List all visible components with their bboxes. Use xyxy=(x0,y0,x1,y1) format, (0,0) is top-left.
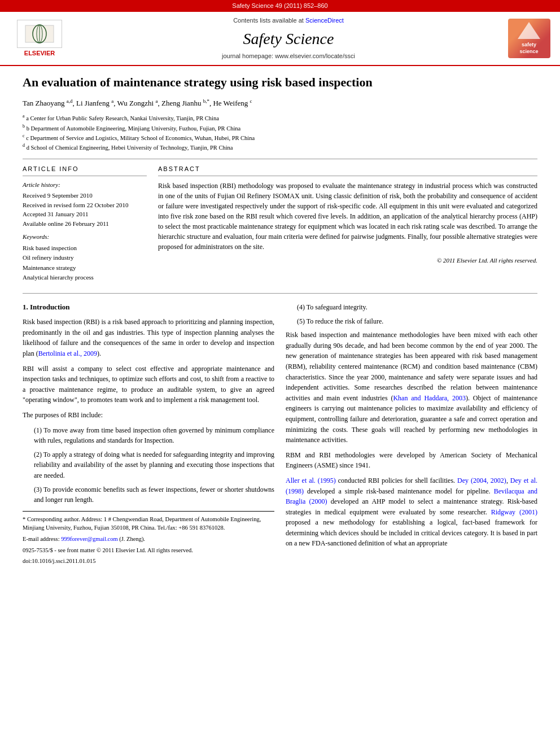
journal-name: Safety Science xyxy=(243,28,334,50)
abstract-heading: ABSTRACT xyxy=(158,165,537,176)
intro-para2: RBI will assist a company to select cost… xyxy=(23,364,274,405)
ref-khan[interactable]: Khan and Haddara, 2003 xyxy=(393,394,465,402)
abstract-text: Risk based inspection (RBI) methodology … xyxy=(158,181,537,252)
affiliations: a a Center for Urban Public Safety Resea… xyxy=(23,113,537,152)
available-date: Available online 26 February 2011 xyxy=(23,219,147,229)
elsevier-logo-area: ELSEVIER xyxy=(6,16,73,60)
article-info-heading: ARTICLE INFO xyxy=(23,165,147,176)
author-zongzhi: Wu Zongzhi a xyxy=(117,99,158,107)
affil-a: a a Center for Urban Public Safety Resea… xyxy=(23,113,537,123)
issn-line: 0925-7535/$ - see front matter © 2011 El… xyxy=(23,546,274,555)
author-weifeng: He Weifeng c xyxy=(213,99,252,107)
keyword-2: Oil refinery industry xyxy=(23,253,147,263)
section1-heading: 1. Introduction xyxy=(23,302,274,312)
abstract-panel: ABSTRACT Risk based inspection (RBI) met… xyxy=(158,165,537,287)
email-name: (J. Zheng). xyxy=(119,536,145,542)
ref-bevilacqua[interactable]: Bevilacqua and Braglia (2000) xyxy=(286,487,537,506)
divider-2 xyxy=(23,293,537,294)
received-revised-date: Received in revised form 22 October 2010 xyxy=(23,200,147,210)
article-title: An evaluation of maintenance strategy us… xyxy=(23,75,537,91)
elsevier-logo: ELSEVIER xyxy=(17,20,62,58)
ref-dey[interactable]: Dey (2004, 2002) xyxy=(457,477,506,484)
list-item-4: (4) To safeguard integrity. xyxy=(297,302,537,313)
keywords-label: Keywords: xyxy=(23,233,147,241)
authors-line: Tan Zhaoyang a,d, Li Jianfeng a, Wu Zong… xyxy=(23,98,537,109)
elsevier-text: ELSEVIER xyxy=(24,49,55,58)
homepage-line: journal homepage: www.elsevier.com/locat… xyxy=(222,52,355,60)
list-item-5: (5) To reduce the risk of failure. xyxy=(297,316,537,327)
doi-line: doi:10.1016/j.ssci.2011.01.015 xyxy=(23,557,274,566)
received-date: Received 9 September 2010 xyxy=(23,191,147,200)
article-history: Article history: Received 9 September 20… xyxy=(23,181,147,228)
logo-triangle xyxy=(518,22,540,39)
sciencedirect-link[interactable]: ScienceDirect xyxy=(305,17,344,24)
article-info-panel: ARTICLE INFO Article history: Received 9… xyxy=(23,165,147,287)
author-zhaoyang: Tan Zhaoyang a,d xyxy=(23,99,73,107)
copyright-line: © 2011 Elsevier Ltd. All rights reserved… xyxy=(158,256,537,265)
journal-citation: Safety Science 49 (2011) 852–860 xyxy=(232,2,327,9)
email-link[interactable]: 999forever@gmail.com xyxy=(61,536,117,542)
footnote-section: * Corresponding author. Address: 1 # Che… xyxy=(23,511,274,566)
affil-b: b b Department of Automobile Engineering… xyxy=(23,123,537,133)
keyword-4: Analytical hierarchy process xyxy=(23,273,147,283)
ref-ridgway[interactable]: Ridgway (2001) xyxy=(491,508,537,516)
journal-logo-right: safety science xyxy=(504,16,554,60)
intro-para1: Risk based inspection (RBI) is a risk ba… xyxy=(23,317,274,359)
list-item-3: (3) To provide economic benefits such as… xyxy=(34,484,274,505)
affil-d: d d School of Chemical Engineering, Hebe… xyxy=(23,142,537,152)
keyword-1: Risk based inspection xyxy=(23,243,147,254)
keywords-section: Keywords: Risk based inspection Oil refi… xyxy=(23,233,147,283)
body-right-col: (4) To safeguard integrity. (5) To reduc… xyxy=(286,302,537,565)
email-label: E-mail address: xyxy=(23,536,61,542)
ref-bertolinia[interactable]: Bertolinia et al., 2009 xyxy=(38,350,97,357)
top-bar: Safety Science 49 (2011) 852–860 xyxy=(0,0,560,12)
body-columns: 1. Introduction Risk based inspection (R… xyxy=(23,302,537,565)
contents-line: Contents lists available at ScienceDirec… xyxy=(233,16,344,25)
keyword-3: Maintenance strategy xyxy=(23,263,147,273)
footnote-email: E-mail address: 999forever@gmail.com (J.… xyxy=(23,535,274,544)
history-label: Article history: xyxy=(23,181,147,189)
affil-c: c c Department of Service and Logistics,… xyxy=(23,133,537,142)
right-para1: Risk based inspection and maintenance me… xyxy=(286,330,537,445)
list-item-2: (2) To apply a strategy of doing what is… xyxy=(34,449,274,481)
main-content: An evaluation of maintenance strategy us… xyxy=(0,66,560,574)
ref-aller[interactable]: Aller et al. (1995) xyxy=(286,477,336,484)
logo-text-label: safety science xyxy=(519,41,538,55)
divider-1 xyxy=(23,159,537,159)
journal-header-center: Contents lists available at ScienceDirec… xyxy=(79,16,498,60)
journal-header: ELSEVIER Contents lists available at Sci… xyxy=(0,12,560,66)
journal-logo-box: safety science xyxy=(508,19,550,58)
right-para2: RBM and RBI methodologies were developed… xyxy=(286,450,537,471)
accepted-date: Accepted 31 January 2011 xyxy=(23,209,147,219)
info-abstract-section: ARTICLE INFO Article history: Received 9… xyxy=(23,165,537,287)
elsevier-logo-box xyxy=(17,20,62,48)
author-jianhu: Zheng Jianhu b,* xyxy=(161,99,209,107)
body-left-col: 1. Introduction Risk based inspection (R… xyxy=(23,302,274,565)
intro-para3: The purposes of RBI include: xyxy=(23,410,274,421)
right-para3: Aller et al. (1995) conducted RBI polici… xyxy=(286,475,537,549)
list-item-1: (1) To move away from time based inspect… xyxy=(34,425,274,446)
footnote-corresponding: * Corresponding author. Address: 1 # Che… xyxy=(23,515,274,533)
author-jianfeng: Li Jianfeng a xyxy=(76,99,113,107)
